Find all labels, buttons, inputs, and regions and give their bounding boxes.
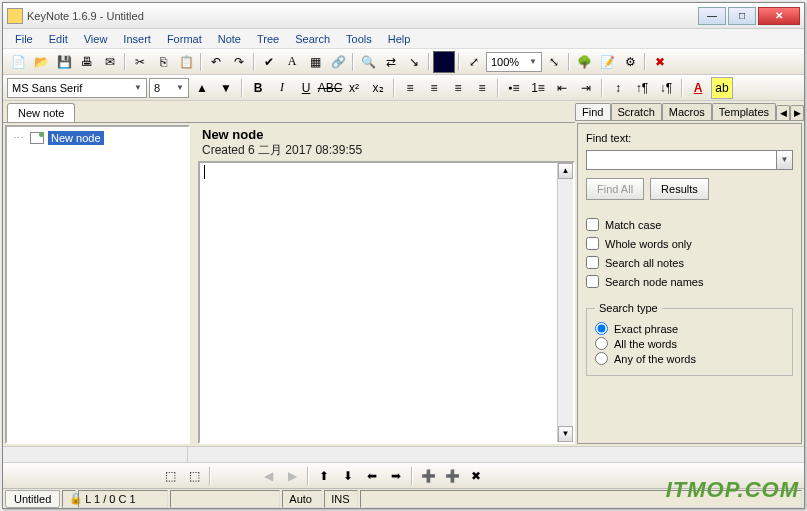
size-select[interactable]: 8▼: [149, 78, 189, 98]
subscript-button[interactable]: x₂: [367, 77, 389, 99]
node-del-icon[interactable]: ✖: [465, 465, 487, 487]
find-icon[interactable]: 🔍: [357, 51, 379, 73]
underline-button[interactable]: U: [295, 77, 317, 99]
minimize-button[interactable]: —: [698, 7, 726, 25]
node-created: Created 6 二月 2017 08:39:55: [202, 142, 571, 159]
rtab-templates[interactable]: Templates: [712, 103, 776, 120]
undo-icon[interactable]: ↶: [205, 51, 227, 73]
align-right-icon[interactable]: ≡: [447, 77, 469, 99]
align-center-icon[interactable]: ≡: [423, 77, 445, 99]
numbers-icon[interactable]: 1≡: [527, 77, 549, 99]
font-color-icon[interactable]: A: [687, 77, 709, 99]
rtab-next-icon[interactable]: ▶: [790, 105, 804, 120]
tree-tool-1-icon[interactable]: ⬚: [159, 465, 181, 487]
chk-match-case[interactable]: Match case: [586, 218, 793, 231]
nav-fwd-icon[interactable]: ▶: [281, 465, 303, 487]
scroll-down-icon[interactable]: ▼: [558, 426, 573, 442]
radio-any[interactable]: Any of the words: [595, 352, 784, 365]
menu-search[interactable]: Search: [287, 31, 338, 47]
find-dropdown-icon[interactable]: ▼: [777, 150, 793, 170]
node-left-icon[interactable]: ⬅: [361, 465, 383, 487]
menu-file[interactable]: File: [7, 31, 41, 47]
findall-button[interactable]: Find All: [586, 178, 644, 200]
status-file[interactable]: Untitled: [5, 490, 60, 508]
rtab-prev-icon[interactable]: ◀: [776, 105, 790, 120]
replace-icon[interactable]: ⇄: [380, 51, 402, 73]
para-after-icon[interactable]: ↓¶: [655, 77, 677, 99]
outdent-icon[interactable]: ⇤: [551, 77, 573, 99]
spellcheck-icon[interactable]: ✔: [258, 51, 280, 73]
indent-icon[interactable]: ⇥: [575, 77, 597, 99]
new-icon[interactable]: 📄: [7, 51, 29, 73]
maximize-button[interactable]: □: [728, 7, 756, 25]
menu-tools[interactable]: Tools: [338, 31, 380, 47]
node-add-icon[interactable]: ➕: [417, 465, 439, 487]
menu-help[interactable]: Help: [380, 31, 419, 47]
menu-edit[interactable]: Edit: [41, 31, 76, 47]
editor-area[interactable]: ▲ ▼: [198, 161, 575, 444]
highlight-color-icon[interactable]: ab: [711, 77, 733, 99]
tree-icon[interactable]: 🌳: [573, 51, 595, 73]
italic-button[interactable]: I: [271, 77, 293, 99]
editor-scrollbar[interactable]: ▲ ▼: [557, 163, 573, 442]
color-swatch-icon[interactable]: [433, 51, 455, 73]
chk-whole-words[interactable]: Whole words only: [586, 237, 793, 250]
radio-exact[interactable]: Exact phrase: [595, 322, 784, 335]
scroll-up-icon[interactable]: ▲: [558, 163, 573, 179]
font-up-icon[interactable]: ▲: [191, 77, 213, 99]
tree-tool-2-icon[interactable]: ⬚: [183, 465, 205, 487]
copy-icon[interactable]: ⎘: [152, 51, 174, 73]
note-icon[interactable]: 📝: [596, 51, 618, 73]
node-up-icon[interactable]: ⬆: [313, 465, 335, 487]
zoom-out-icon[interactable]: ⤢: [463, 51, 485, 73]
bullets-icon[interactable]: ⦁≡: [503, 77, 525, 99]
menu-format[interactable]: Format: [159, 31, 210, 47]
linespace-icon[interactable]: ↕: [607, 77, 629, 99]
radio-all[interactable]: All the words: [595, 337, 784, 350]
nav-back-icon[interactable]: ◀: [257, 465, 279, 487]
link-icon[interactable]: 🔗: [327, 51, 349, 73]
close-button[interactable]: ✕: [758, 7, 800, 25]
font-select[interactable]: MS Sans Serif▼: [7, 78, 147, 98]
mail-icon[interactable]: ✉: [99, 51, 121, 73]
node-addchild-icon[interactable]: ➕: [441, 465, 463, 487]
redo-icon[interactable]: ↷: [228, 51, 250, 73]
rtab-scratch[interactable]: Scratch: [611, 103, 662, 120]
cut-icon[interactable]: ✂: [129, 51, 151, 73]
strike-button[interactable]: ABC: [319, 77, 341, 99]
splitter[interactable]: [192, 125, 196, 444]
node-down-icon[interactable]: ⬇: [337, 465, 359, 487]
para-before-icon[interactable]: ↑¶: [631, 77, 653, 99]
save-icon[interactable]: 💾: [53, 51, 75, 73]
tab-new-note[interactable]: New note: [7, 103, 75, 122]
find-input[interactable]: [586, 150, 777, 170]
align-justify-icon[interactable]: ≡: [471, 77, 493, 99]
delete-icon[interactable]: ✖: [649, 51, 671, 73]
menu-insert[interactable]: Insert: [115, 31, 159, 47]
paste-icon[interactable]: 📋: [175, 51, 197, 73]
results-button[interactable]: Results: [650, 178, 709, 200]
chk-all-notes[interactable]: Search all notes: [586, 256, 793, 269]
menu-note[interactable]: Note: [210, 31, 249, 47]
tree-node[interactable]: ⋯ New node: [9, 129, 186, 147]
font-down-icon[interactable]: ▼: [215, 77, 237, 99]
bold-button[interactable]: B: [247, 77, 269, 99]
rtab-macros[interactable]: Macros: [662, 103, 712, 120]
superscript-button[interactable]: x²: [343, 77, 365, 99]
zoom-select[interactable]: 100%▼: [486, 52, 542, 72]
open-icon[interactable]: 📂: [30, 51, 52, 73]
zoom-in-icon[interactable]: ⤡: [543, 51, 565, 73]
print-icon[interactable]: 🖶: [76, 51, 98, 73]
options-icon[interactable]: ⚙: [619, 51, 641, 73]
textbox-icon[interactable]: A: [281, 51, 303, 73]
align-left-icon[interactable]: ≡: [399, 77, 421, 99]
tree-pane[interactable]: ⋯ New node: [5, 125, 190, 444]
h-scrollbar[interactable]: [3, 446, 804, 462]
node-right-icon[interactable]: ➡: [385, 465, 407, 487]
chk-node-names[interactable]: Search node names: [586, 275, 793, 288]
menu-tree[interactable]: Tree: [249, 31, 287, 47]
menu-view[interactable]: View: [76, 31, 116, 47]
highlight-icon[interactable]: ▦: [304, 51, 326, 73]
goto-icon[interactable]: ↘: [403, 51, 425, 73]
rtab-find[interactable]: Find: [575, 103, 610, 120]
